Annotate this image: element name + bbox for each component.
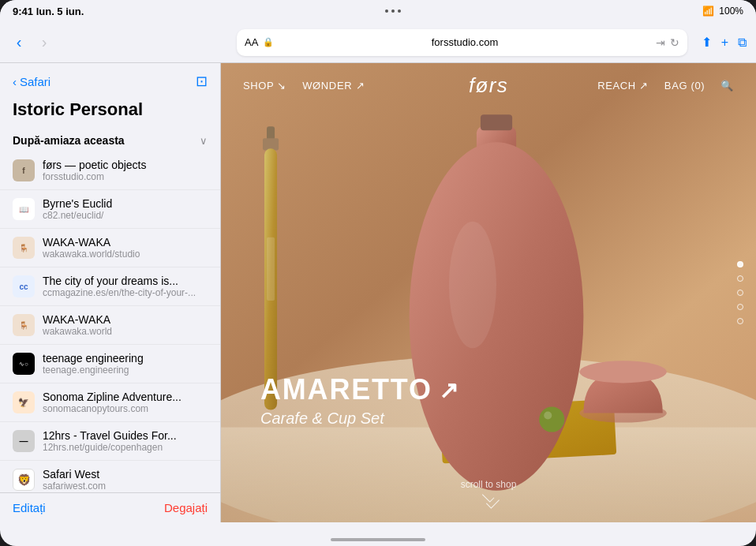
- nav-bag-label: BAG (0): [664, 80, 705, 92]
- home-indicator: [331, 538, 425, 541]
- browser-nav-center: AA 🔒 forsstudio.com ⇥ ↻: [237, 29, 687, 56]
- content-area: ‹ Safari ⊡ Istoric Personal După-amiaza …: [0, 63, 756, 522]
- status-time: 9:41 lun. 5 iun.: [13, 6, 84, 17]
- sidebar-footer: Editați Degajați: [0, 492, 220, 522]
- item-url: wakawaka.world/studio: [43, 249, 208, 260]
- list-item[interactable]: cc The city of your dreams is... ccmagaz…: [0, 267, 220, 306]
- item-url: 12hrs.net/guide/copenhagen: [43, 442, 208, 453]
- browser-nav-right: ⬆ + ⧉: [694, 35, 747, 50]
- dot2: [391, 9, 395, 13]
- favicon-waka: 🪑: [13, 237, 35, 259]
- history-list: f førs — poetic objects forsstudio.com 📖…: [0, 151, 220, 492]
- item-url: sonomacanopytours.com: [43, 403, 208, 414]
- nav-logo[interactable]: førs: [469, 73, 508, 98]
- item-url: forsstudio.com: [43, 171, 208, 182]
- scroll-chevron-icon: [482, 490, 495, 503]
- item-title: 12hrs - Travel Guides For...: [43, 429, 208, 442]
- safari-back-button[interactable]: ‹ Safari: [13, 75, 51, 88]
- status-right: 📶 100%: [702, 6, 743, 17]
- back-button[interactable]: ‹: [9, 33, 28, 51]
- svg-point-15: [544, 412, 552, 420]
- nav-shop[interactable]: SHOP ↘: [243, 80, 286, 92]
- dot1: [385, 9, 388, 13]
- list-item[interactable]: 📖 Byrne's Euclid c82.net/euclid/: [0, 190, 220, 229]
- scroll-dot-2: [737, 275, 743, 282]
- ceramic-scene-svg: [221, 63, 756, 522]
- scroll-dot-5: [737, 318, 743, 324]
- nav-bag[interactable]: BAG (0): [664, 80, 705, 92]
- list-item[interactable]: f førs — poetic objects forsstudio.com: [0, 151, 220, 190]
- list-item[interactable]: 🦁 Safari West safariwest.com: [0, 461, 220, 492]
- afternoon-chevron-icon[interactable]: ∨: [200, 135, 208, 147]
- favicon-teen: ∿○: [13, 353, 35, 375]
- item-title: Byrne's Euclid: [43, 197, 208, 210]
- scroll-dots: [737, 261, 743, 324]
- svg-point-14: [539, 406, 564, 432]
- main-layout: ‹ › AA 🔒 forsstudio.com ⇥ ↻ ⬆ + ⧉: [0, 22, 756, 522]
- battery-indicator: 100%: [719, 6, 743, 17]
- item-title: teenage engineering: [43, 352, 208, 365]
- edit-button[interactable]: Editați: [13, 501, 46, 514]
- aa-label[interactable]: AA: [245, 36, 258, 48]
- browser-chrome: ‹ › AA 🔒 forsstudio.com ⇥ ↻ ⬆ + ⧉: [0, 22, 756, 63]
- url-display: forsstudio.com: [279, 36, 650, 48]
- item-text: Byrne's Euclid c82.net/euclid/: [43, 197, 208, 221]
- list-item[interactable]: — 12hrs - Travel Guides For... 12hrs.net…: [0, 422, 220, 461]
- item-title: Safari West: [43, 468, 208, 481]
- back-chevron-icon: ‹: [13, 75, 17, 88]
- list-item[interactable]: ∿○ teenage engineering teenage.engineeri…: [0, 345, 220, 383]
- nav-wonder-label: WØNDER ↗: [302, 80, 365, 92]
- item-url: wakawaka.world: [43, 326, 208, 337]
- favicon-cc: cc: [13, 275, 35, 297]
- address-bar[interactable]: AA 🔒 forsstudio.com ⇥ ↻: [237, 29, 687, 56]
- scroll-label: scroll to shop: [461, 479, 517, 490]
- item-title: førs — poetic objects: [43, 159, 208, 171]
- list-item[interactable]: 🦅 Sonoma Zipline Adventure... sonomacano…: [0, 383, 220, 422]
- nav-left: SHOP ↘ WØNDER ↗: [243, 80, 365, 92]
- item-title: WAKA-WAKA: [43, 313, 208, 326]
- reader-icon[interactable]: ⇥: [656, 36, 665, 49]
- item-text: The city of your dreams is... ccmagazine…: [43, 275, 208, 298]
- scroll-dot-1: [737, 261, 743, 267]
- forward-button[interactable]: ›: [35, 33, 54, 51]
- clear-button[interactable]: Degajați: [164, 501, 208, 514]
- list-item[interactable]: 🪑 WAKA-WAKA wakawaka.world/studio: [0, 229, 220, 267]
- item-text: teenage engineering teenage.engineering: [43, 352, 208, 376]
- hero-text: AMARETTO ↗ Carafe & Cup Set: [260, 373, 460, 428]
- site-nav: SHOP ↘ WØNDER ↗ førs REACH ↗ BAG (0): [221, 63, 756, 107]
- nav-wonder[interactable]: WØNDER ↗: [302, 80, 365, 92]
- tabs-button[interactable]: ⧉: [738, 36, 747, 50]
- reload-button[interactable]: ↻: [670, 36, 679, 49]
- favicon-12hrs: —: [13, 430, 35, 452]
- item-text: 12hrs - Travel Guides For... 12hrs.net/g…: [43, 429, 208, 453]
- share-button[interactable]: ⬆: [702, 35, 712, 50]
- add-tab-button[interactable]: +: [721, 36, 728, 50]
- item-text: WAKA-WAKA wakawaka.world/studio: [43, 236, 208, 260]
- search-icon[interactable]: 🔍: [720, 80, 734, 92]
- nav-right: REACH ↗ BAG (0) 🔍: [597, 80, 734, 92]
- item-url: c82.net/euclid/: [43, 210, 208, 221]
- favicon-sonoma: 🦅: [13, 391, 35, 413]
- nav-shop-label: SHOP ↘: [243, 80, 286, 92]
- nav-reach-label: REACH ↗: [597, 80, 649, 92]
- sidebar-panel-icon[interactable]: ⊡: [196, 73, 208, 90]
- favicon-fors: f: [13, 159, 35, 181]
- status-center: [385, 9, 401, 13]
- list-item[interactable]: 🪑 WAKA-WAKA wakawaka.world: [0, 306, 220, 345]
- item-title: WAKA-WAKA: [43, 236, 208, 249]
- scroll-to-shop[interactable]: scroll to shop: [461, 479, 517, 510]
- item-text: Sonoma Zipline Adventure... sonomacanopy…: [43, 391, 208, 414]
- favicon-waka2: 🪑: [13, 314, 35, 336]
- lock-icon: 🔒: [263, 37, 274, 47]
- svg-point-11: [449, 222, 496, 349]
- favicon-safariw: 🦁: [13, 469, 35, 491]
- sidebar-header: ‹ Safari ⊡: [0, 63, 220, 96]
- dot3: [398, 9, 401, 13]
- safari-back-label: Safari: [20, 75, 51, 88]
- afternoon-section-header: După-amiaza aceasta ∨: [0, 129, 220, 151]
- sidebar-title: Istoric Personal: [0, 96, 220, 129]
- hero-subtitle: Carafe & Cup Set: [260, 410, 460, 428]
- svg-point-10: [410, 142, 584, 491]
- nav-reach[interactable]: REACH ↗: [597, 80, 649, 92]
- hero-title-text: AMARETTO: [260, 373, 432, 406]
